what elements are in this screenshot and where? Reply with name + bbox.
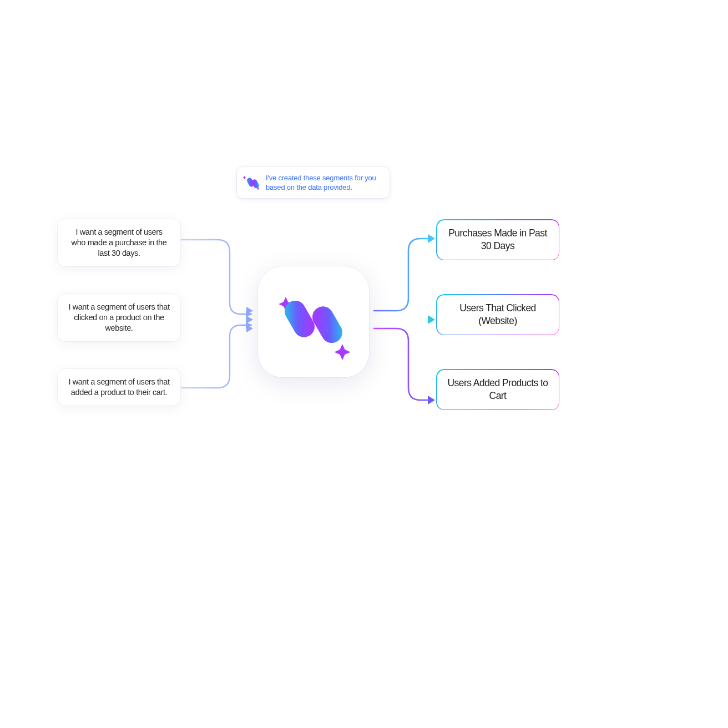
brand-logo-icon [258,266,369,377]
segment-result-card: Users That Clicked (Website) [436,294,559,335]
brand-logo-card [258,266,369,377]
segment-result-card: Users Added Products to Cart [436,369,559,410]
prompt-text: I want a segment of users that clicked o… [68,302,170,333]
prompt-text: I want a segment of users that added a p… [68,377,170,398]
segment-result-text: Users That Clicked (Website) [446,302,549,327]
brand-logo-icon [242,173,261,192]
prompt-card: I want a segment of users who made a pur… [58,219,180,266]
prompt-text: I want a segment of users who made a pur… [68,227,170,259]
diagram-canvas: I've created these segments for you base… [0,0,728,728]
segment-result-text: Users Added Products to Cart [446,377,549,402]
assistant-message-text: I've created these segments for you base… [266,173,382,192]
segment-result-text: Purchases Made in Past 30 Days [446,227,549,252]
prompt-card: I want a segment of users that added a p… [58,369,180,406]
sparkle-icon [335,344,351,360]
segment-result-card: Purchases Made in Past 30 Days [436,219,559,260]
assistant-message-bubble: I've created these segments for you base… [237,167,390,198]
prompt-card: I want a segment of users that clicked o… [58,294,180,341]
